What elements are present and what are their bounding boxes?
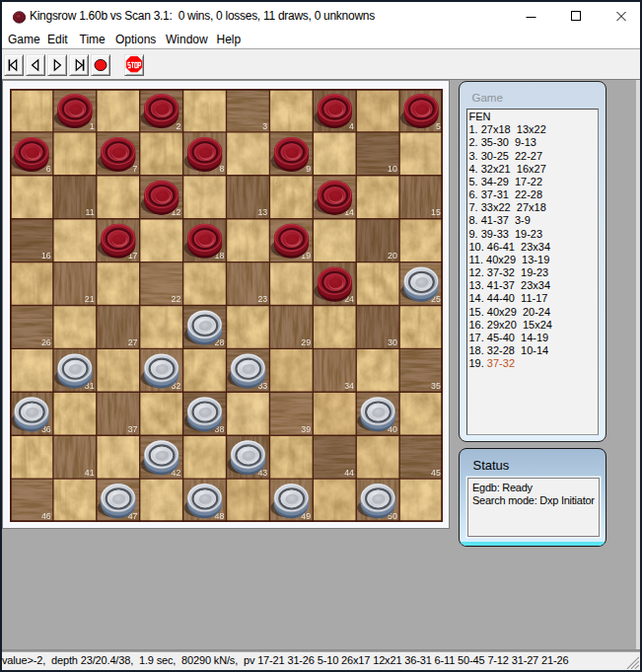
svg-text:4: 4 bbox=[349, 120, 354, 130]
svg-text:10: 10 bbox=[388, 164, 397, 174]
svg-text:3: 3 bbox=[262, 120, 267, 130]
svg-text:35: 35 bbox=[431, 380, 441, 390]
svg-text:45: 45 bbox=[431, 467, 441, 477]
svg-text:9: 9 bbox=[306, 164, 311, 174]
svg-text:30: 30 bbox=[388, 337, 397, 347]
svg-text:7: 7 bbox=[133, 164, 138, 174]
svg-text:41: 41 bbox=[85, 467, 95, 477]
svg-text:2: 2 bbox=[176, 120, 180, 130]
svg-text:37: 37 bbox=[128, 423, 138, 433]
svg-text:16: 16 bbox=[41, 251, 51, 261]
svg-text:22: 22 bbox=[172, 294, 181, 304]
svg-text:13: 13 bbox=[257, 207, 267, 217]
svg-text:46: 46 bbox=[41, 510, 51, 520]
svg-text:34: 34 bbox=[344, 380, 354, 390]
svg-text:27: 27 bbox=[128, 337, 138, 347]
svg-text:11: 11 bbox=[85, 207, 94, 217]
svg-text:8: 8 bbox=[219, 164, 224, 174]
svg-text:44: 44 bbox=[344, 467, 354, 477]
svg-text:29: 29 bbox=[301, 337, 311, 347]
svg-text:39: 39 bbox=[301, 423, 311, 433]
svg-text:6: 6 bbox=[46, 164, 51, 174]
svg-text:15: 15 bbox=[431, 207, 441, 217]
svg-text:5: 5 bbox=[436, 120, 441, 130]
svg-text:20: 20 bbox=[388, 251, 397, 261]
svg-text:26: 26 bbox=[41, 337, 51, 347]
svg-text:1: 1 bbox=[90, 120, 95, 130]
svg-text:23: 23 bbox=[257, 294, 267, 304]
svg-text:21: 21 bbox=[85, 294, 95, 304]
